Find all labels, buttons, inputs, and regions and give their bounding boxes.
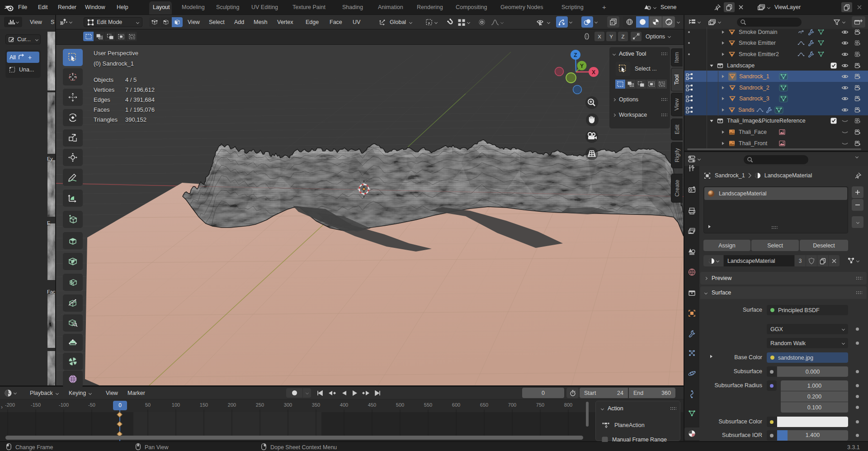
svg-text:Z: Z <box>574 52 577 58</box>
svg-text:X: X <box>592 69 595 76</box>
svg-text:Y: Y <box>580 63 584 69</box>
